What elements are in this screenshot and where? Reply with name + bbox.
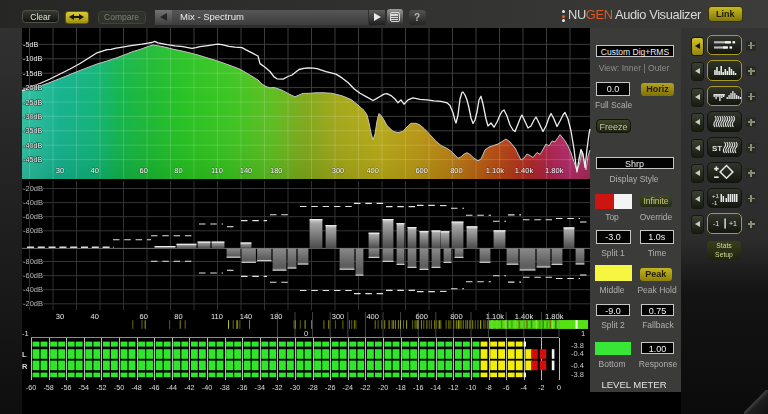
svg-text:-28: -28 <box>307 383 317 392</box>
svg-text:110: 110 <box>211 166 223 175</box>
svg-text:180: 180 <box>270 312 283 321</box>
svg-text:300: 300 <box>332 312 345 321</box>
svg-text:-6: -6 <box>503 383 509 392</box>
svg-text:140: 140 <box>240 166 253 175</box>
svg-text:400: 400 <box>366 312 379 321</box>
svg-text:-20dB: -20dB <box>23 299 43 308</box>
svg-text:1.80k: 1.80k <box>545 166 564 175</box>
svg-text:-20dB: -20dB <box>23 184 43 193</box>
svg-text:-54: -54 <box>79 383 89 392</box>
svg-text:-18: -18 <box>395 383 405 392</box>
svg-text:-8: -8 <box>485 383 491 392</box>
svg-text:0: 0 <box>304 329 308 338</box>
svg-text:-44: -44 <box>167 383 177 392</box>
svg-text:-1: -1 <box>712 199 718 205</box>
svg-text:-40dB: -40dB <box>23 198 43 207</box>
svg-text:60: 60 <box>140 312 148 321</box>
svg-text:-35dB: -35dB <box>23 126 42 135</box>
svg-text:110: 110 <box>211 312 223 321</box>
svg-text:-22: -22 <box>360 383 370 392</box>
svg-text:-26: -26 <box>325 383 335 392</box>
svg-text:60: 60 <box>140 166 148 175</box>
svg-text:L: L <box>22 350 27 359</box>
svg-text:1.10k: 1.10k <box>486 166 505 175</box>
svg-text:800: 800 <box>450 166 463 175</box>
svg-text:-2: -2 <box>538 383 544 392</box>
svg-text:-10: -10 <box>466 383 476 392</box>
svg-text:80: 80 <box>174 166 182 175</box>
svg-text:-48: -48 <box>131 383 141 392</box>
svg-text:400: 400 <box>366 166 379 175</box>
svg-text:-16: -16 <box>413 383 423 392</box>
svg-text:-60: -60 <box>26 383 36 392</box>
svg-text:-34: -34 <box>255 383 265 392</box>
svg-text:-14: -14 <box>431 383 441 392</box>
svg-text:600: 600 <box>415 166 428 175</box>
svg-text:80: 80 <box>174 312 182 321</box>
svg-text:-40dB: -40dB <box>23 141 42 150</box>
svg-text:-4: -4 <box>521 383 527 392</box>
svg-text:-1: -1 <box>713 220 719 227</box>
svg-text:-45dB: -45dB <box>23 155 42 164</box>
svg-text:ST: ST <box>712 144 722 153</box>
svg-text:+1: +1 <box>712 192 720 198</box>
svg-text:-60dB: -60dB <box>23 212 43 221</box>
svg-text:-25dB: -25dB <box>23 98 42 107</box>
svg-text:-80dB: -80dB <box>23 226 43 235</box>
svg-text:800: 800 <box>450 312 463 321</box>
svg-text:-30: -30 <box>290 383 300 392</box>
svg-text:-5dB: -5dB <box>23 40 38 49</box>
svg-text:-36: -36 <box>237 383 247 392</box>
svg-text:-3.8: -3.8 <box>571 341 584 350</box>
svg-text:-1: -1 <box>22 329 29 338</box>
svg-text:-20: -20 <box>378 383 388 392</box>
svg-text:-56: -56 <box>61 383 71 392</box>
svg-text:R: R <box>22 362 28 371</box>
svg-text:-24: -24 <box>343 383 353 392</box>
svg-text:30: 30 <box>56 166 64 175</box>
svg-text:40: 40 <box>91 312 99 321</box>
svg-text:-58: -58 <box>43 383 53 392</box>
svg-text:40: 40 <box>91 166 99 175</box>
svg-text:-52: -52 <box>96 383 106 392</box>
svg-text:-12: -12 <box>448 383 458 392</box>
svg-text:600: 600 <box>415 312 428 321</box>
svg-text:-46: -46 <box>149 383 159 392</box>
svg-text:-10dB: -10dB <box>23 54 42 63</box>
svg-text:-50: -50 <box>114 383 124 392</box>
svg-text:-32: -32 <box>272 383 282 392</box>
svg-text:-15dB: -15dB <box>23 69 42 78</box>
svg-text:30: 30 <box>56 312 64 321</box>
svg-text:-0.4: -0.4 <box>571 349 584 358</box>
svg-text:-42: -42 <box>184 383 194 392</box>
svg-text:-20dB: -20dB <box>23 83 42 92</box>
svg-text:-60dB: -60dB <box>23 271 43 280</box>
svg-text:-40dB: -40dB <box>23 285 43 294</box>
svg-text:300: 300 <box>332 166 345 175</box>
svg-text:140: 140 <box>240 312 253 321</box>
svg-text:-80dB: -80dB <box>23 257 43 266</box>
svg-text:-30dB: -30dB <box>23 112 42 121</box>
svg-text:+1: +1 <box>729 220 737 227</box>
svg-text:-40: -40 <box>202 383 212 392</box>
svg-text:1.40k: 1.40k <box>515 166 534 175</box>
svg-text:-38: -38 <box>219 383 229 392</box>
svg-text:0: 0 <box>557 383 561 392</box>
svg-text:180: 180 <box>270 166 283 175</box>
